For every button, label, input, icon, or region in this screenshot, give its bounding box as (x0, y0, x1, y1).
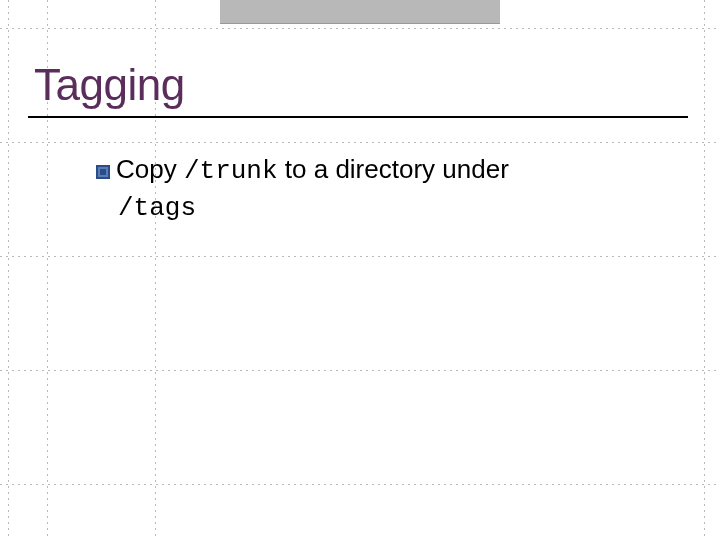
bullet-icon (96, 165, 110, 179)
body-text-copy: Copy (116, 154, 177, 184)
code-tags: /tags (118, 193, 196, 223)
title-bar-placeholder (220, 0, 500, 24)
slide-title: Tagging (34, 60, 185, 110)
slide-body: Copy /trunk to a directory under /tags (96, 152, 680, 226)
title-underline (28, 116, 688, 118)
code-trunk: /trunk (184, 156, 278, 186)
svg-rect-2 (100, 169, 106, 175)
body-text-mid: to a directory under (285, 154, 509, 184)
